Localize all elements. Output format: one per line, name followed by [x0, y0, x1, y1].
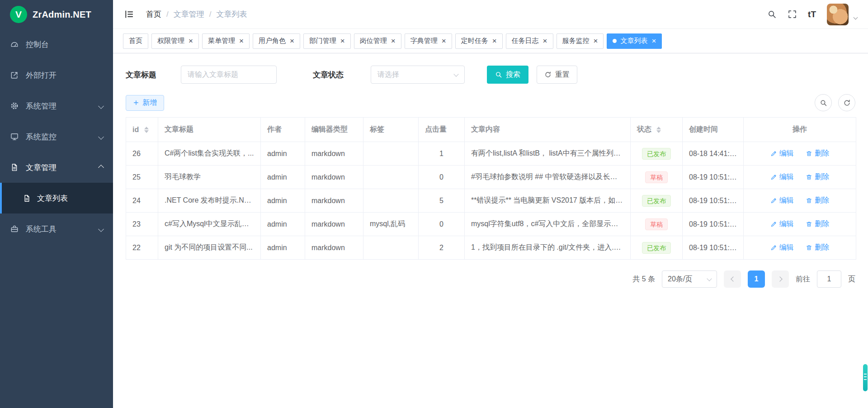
cell-created: 08-19 10:51:25 [683, 213, 744, 236]
close-icon[interactable]: × [492, 37, 497, 45]
sidebar-item-article-management[interactable]: 文章管理 [0, 152, 113, 183]
cell-clicks: 0 [419, 213, 465, 236]
close-icon[interactable]: × [594, 37, 598, 45]
close-icon[interactable]: × [239, 37, 244, 45]
breadcrumb: 首页 / 文章管理 / 文章列表 [146, 9, 247, 19]
cell-editor-type: markdown [305, 189, 363, 213]
search-button[interactable]: 搜索 [487, 66, 528, 84]
tab[interactable]: 文章列表 × [607, 33, 662, 49]
col-id[interactable]: id [126, 118, 158, 142]
trash-icon [806, 221, 812, 228]
edit-button[interactable]: 编辑 [770, 149, 794, 158]
header-actions: tT [767, 4, 857, 25]
scrollbar-thumb[interactable] [863, 364, 868, 391]
close-icon[interactable]: × [290, 37, 294, 45]
total-count: 共 5 条 [632, 275, 655, 284]
sort-icon[interactable] [656, 127, 661, 133]
tab-label: 首页 [129, 37, 142, 45]
sidebar-collapse-icon[interactable] [124, 9, 134, 19]
sidebar-item-label: 系统工具 [26, 224, 57, 234]
tab[interactable]: 用户角色 × [253, 33, 300, 49]
font-size-icon[interactable]: tT [808, 9, 816, 19]
page-number-current[interactable]: 1 [748, 270, 765, 288]
status-badge: 草稿 [645, 218, 668, 230]
reset-button[interactable]: 重置 [537, 66, 577, 84]
app-logo[interactable]: V ZrAdmin.NET [0, 0, 113, 29]
close-icon[interactable]: × [189, 37, 193, 45]
table-row: 26 C#两个list集合实现关联，... admin markdown 1 有… [126, 142, 856, 166]
delete-button[interactable]: 删除 [806, 196, 829, 205]
goto-page-input[interactable] [817, 270, 841, 288]
close-icon[interactable]: × [340, 37, 345, 45]
close-icon[interactable]: × [391, 37, 396, 45]
sidebar-item-system-monitor[interactable]: 系统监控 [0, 121, 113, 152]
sidebar-item-external-open[interactable]: 外部打开 [0, 60, 113, 90]
delete-button[interactable]: 删除 [806, 172, 829, 182]
tab[interactable]: 服务监控 × [557, 33, 604, 49]
refresh-icon [544, 71, 552, 78]
refresh-table-button[interactable] [838, 94, 855, 111]
page-size-select[interactable]: 20条/页 [662, 270, 717, 288]
edit-button[interactable]: 编辑 [770, 243, 794, 252]
user-avatar[interactable] [827, 4, 849, 25]
table-row: 24 .NET Core 发布时提示.NET... admin markdown… [126, 189, 856, 213]
delete-button[interactable]: 删除 [806, 149, 829, 158]
sidebar-item-label: 系统监控 [26, 132, 57, 142]
tab[interactable]: 权限管理 × [151, 33, 199, 49]
toggle-search-button[interactable] [815, 94, 832, 111]
user-menu-caret-icon[interactable] [854, 13, 857, 21]
cell-tags [363, 142, 419, 166]
cell-clicks: 0 [419, 166, 465, 189]
close-icon[interactable]: × [651, 37, 656, 45]
tab-label: 服务监控 [562, 37, 590, 45]
search-icon[interactable] [767, 9, 777, 19]
breadcrumb-home[interactable]: 首页 [146, 9, 161, 19]
cell-author: admin [261, 213, 305, 236]
status-badge: 已发布 [642, 195, 671, 207]
article-title-input[interactable] [181, 66, 277, 84]
next-page-button[interactable] [772, 270, 789, 288]
article-status-select[interactable]: 请选择 [371, 66, 465, 84]
tab[interactable]: 菜单管理 × [202, 33, 250, 49]
cell-author: admin [261, 166, 305, 189]
sidebar-item-article-list[interactable]: 文章列表 [0, 183, 113, 213]
sort-icon[interactable] [144, 127, 149, 133]
cell-title: .NET Core 发布时提示.NET... [158, 189, 261, 213]
document-icon [23, 194, 31, 203]
dashboard-icon [10, 40, 19, 49]
chevron-down-icon [98, 134, 104, 140]
cell-clicks: 2 [419, 236, 465, 260]
close-icon[interactable]: × [442, 37, 446, 45]
tab[interactable]: 字典管理 × [405, 33, 452, 49]
edit-button[interactable]: 编辑 [770, 172, 794, 182]
edit-button[interactable]: 编辑 [770, 219, 794, 229]
add-button[interactable]: 新增 [126, 95, 164, 111]
prev-page-button[interactable] [724, 270, 741, 288]
col-status[interactable]: 状态 [631, 118, 683, 142]
chevron-up-icon [98, 165, 104, 171]
logo-icon: V [10, 6, 27, 23]
tab[interactable]: 首页 [123, 33, 148, 49]
tab[interactable]: 任务日志 × [506, 33, 553, 49]
toolbox-icon [10, 224, 19, 233]
table-toolbar: 新增 [113, 84, 868, 111]
tab[interactable]: 定时任务 × [455, 33, 503, 49]
fullscreen-icon[interactable] [788, 9, 797, 19]
delete-button[interactable]: 删除 [806, 243, 829, 252]
sidebar-item-system-tools[interactable]: 系统工具 [0, 213, 113, 244]
delete-button[interactable]: 删除 [806, 219, 829, 229]
sidebar-item-system-management[interactable]: 系统管理 [0, 90, 113, 121]
tab[interactable]: 岗位管理 × [354, 33, 401, 49]
close-icon[interactable]: × [543, 37, 547, 45]
cell-actions: 编辑 删除 [744, 213, 856, 236]
tab[interactable]: 部门管理 × [303, 33, 351, 49]
search-icon [820, 99, 827, 107]
toolbar-right-actions [815, 94, 855, 111]
sidebar-item-dashboard[interactable]: 控制台 [0, 29, 113, 60]
cell-title: git 为不同的项目设置不同... [158, 236, 261, 260]
edit-button[interactable]: 编辑 [770, 196, 794, 205]
cell-content: **错误提示** 当电脑更新 VS2017 版本后，如果... [465, 189, 631, 213]
cell-content: #羽毛球拍参数说明 ## 中管软硬选择以及长度介... [465, 166, 631, 189]
col-editor-type: 编辑器类型 [305, 118, 363, 142]
status-badge: 已发布 [642, 242, 671, 254]
